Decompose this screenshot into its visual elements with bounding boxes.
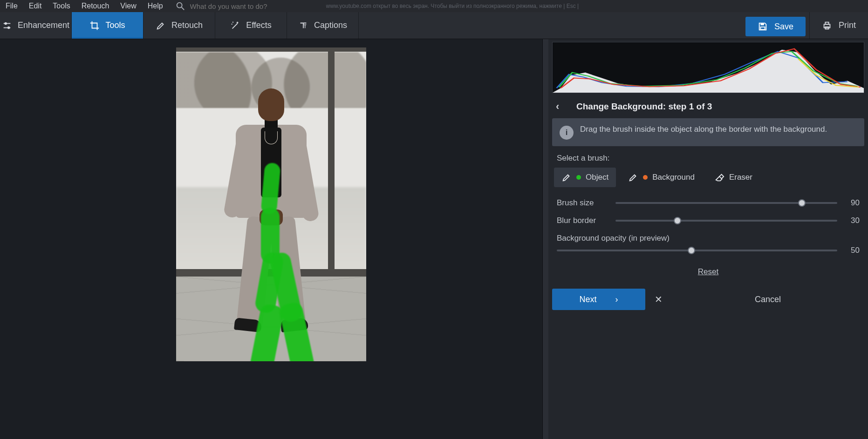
tab-retouch[interactable]: Retouch (144, 12, 215, 39)
cancel-button[interactable]: Cancel (671, 289, 864, 310)
svg-rect-7 (760, 27, 765, 29)
photo-preview[interactable] (176, 47, 366, 361)
tab-label: Tools (105, 20, 125, 30)
save-button[interactable]: Save (745, 17, 806, 36)
brush-eraser-button[interactable]: Eraser (707, 168, 760, 187)
brush-background-button[interactable]: Background (621, 168, 702, 187)
tab-label: Enhancement (18, 20, 69, 30)
close-icon[interactable]: ✕ (645, 289, 671, 310)
brush-icon (156, 20, 166, 31)
wand-icon (230, 20, 240, 31)
menu-tools[interactable]: Tools (49, 2, 74, 10)
next-label: Next (579, 295, 596, 304)
canvas-area[interactable] (0, 39, 543, 439)
sliders-icon (2, 20, 12, 31)
brush-size-label: Brush size (557, 198, 609, 208)
svg-point-5 (8, 27, 10, 28)
next-button[interactable]: Next › (552, 289, 645, 310)
bg-opacity-label: Background opacity (in preview) (557, 234, 860, 243)
panel-title: Change Background: step 1 of 3 (576, 101, 712, 112)
brush-background-label: Background (652, 173, 695, 182)
print-button[interactable]: Print (809, 12, 868, 39)
brush-object-button[interactable]: Object (554, 168, 616, 187)
menu-file[interactable]: File (2, 2, 21, 10)
brush-size-slider[interactable] (615, 198, 837, 208)
blur-border-value: 30 (844, 216, 860, 225)
menu-view[interactable]: View (116, 2, 140, 10)
brush-object-icon (561, 172, 572, 182)
print-label: Print (839, 20, 856, 30)
svg-line-1 (181, 7, 184, 10)
svg-marker-11 (553, 50, 864, 93)
vertical-scrollbar[interactable] (543, 39, 548, 439)
menu-help[interactable]: Help (144, 2, 167, 10)
menu-retouch[interactable]: Retouch (78, 2, 113, 10)
panel-header: ‹ Change Background: step 1 of 3 (548, 95, 868, 118)
search-input[interactable] (190, 2, 321, 10)
chevron-right-icon: › (615, 295, 618, 304)
tab-captions[interactable]: Captions (287, 12, 359, 39)
tab-label: Effects (246, 20, 272, 30)
text-icon (298, 20, 308, 31)
fullscreen-hint: www.youtube.com открыт во весь экран. Чт… (326, 3, 579, 9)
blur-border-label: Blur border (557, 216, 609, 225)
eraser-icon (714, 172, 724, 182)
save-label: Save (774, 22, 793, 32)
crop-icon (89, 20, 100, 31)
menu-bar: File Edit Tools Retouch View Help www.yo… (0, 0, 868, 12)
tab-effects[interactable]: Effects (215, 12, 287, 39)
print-icon (822, 20, 832, 31)
brush-background-icon (628, 172, 638, 182)
tab-tools[interactable]: Tools (72, 12, 144, 39)
right-sidebar: ‹ Change Background: step 1 of 3 i Drag … (548, 39, 868, 439)
tab-label: Captions (314, 20, 347, 30)
main-toolbar: Enhancement Tools Retouch Effects Captio… (0, 12, 868, 39)
info-icon: i (560, 126, 574, 140)
tab-enhancement[interactable]: Enhancement (0, 12, 72, 39)
svg-point-4 (5, 22, 7, 24)
brush-size-value: 90 (844, 198, 860, 208)
back-icon[interactable]: ‹ (556, 101, 567, 113)
svg-rect-6 (760, 23, 764, 26)
save-icon (758, 21, 768, 32)
svg-rect-9 (825, 22, 828, 24)
brush-object-label: Object (586, 173, 608, 182)
bg-opacity-value: 50 (844, 246, 860, 255)
histogram (552, 42, 864, 93)
blur-border-slider[interactable] (615, 216, 837, 225)
hint-text: Drag the brush inside the object along t… (580, 125, 827, 140)
reset-link[interactable]: Reset (548, 258, 868, 286)
svg-point-0 (177, 3, 182, 8)
bg-opacity-slider[interactable] (557, 246, 837, 255)
hint-box: i Drag the brush inside the object along… (552, 118, 864, 146)
tab-label: Retouch (171, 20, 203, 30)
brush-eraser-label: Eraser (729, 173, 752, 182)
menu-edit[interactable]: Edit (25, 2, 46, 10)
search-icon (175, 1, 185, 11)
select-brush-label: Select a brush: (548, 146, 868, 168)
